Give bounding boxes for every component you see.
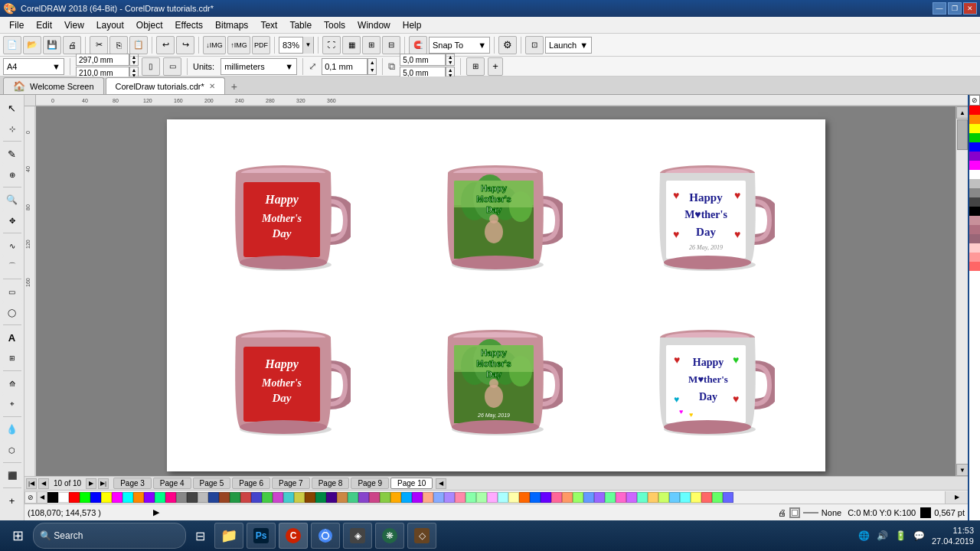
new-button[interactable]: 📄 xyxy=(3,36,21,54)
view-options-button[interactable]: ▦ xyxy=(342,36,361,54)
page-tab-page5[interactable]: Page 5 xyxy=(193,478,231,489)
palette-swatch-38[interactable] xyxy=(455,492,466,503)
palette-swatch-8[interactable] xyxy=(133,492,144,503)
palette-swatch-36[interactable] xyxy=(433,492,444,503)
palette-swatch-23[interactable] xyxy=(294,492,305,503)
palette-swatch-43[interactable] xyxy=(508,492,519,503)
open-button[interactable]: 📂 xyxy=(23,36,41,54)
print-button[interactable]: 🖨 xyxy=(63,36,81,54)
palette-swatch-33[interactable] xyxy=(401,492,412,503)
width-down[interactable]: ▼ xyxy=(130,60,138,65)
page-tab-page10[interactable]: Page 10 xyxy=(390,478,433,489)
units-combo[interactable]: millimeters ▼ xyxy=(220,58,297,75)
palette-swatch-21[interactable] xyxy=(273,492,283,503)
right-swatch-14[interactable] xyxy=(969,234,980,243)
pick-tool[interactable]: ⊹ xyxy=(2,119,22,139)
menu-item-file[interactable]: File xyxy=(3,17,30,33)
restore-button[interactable]: ❐ xyxy=(948,2,962,15)
palette-swatch-30[interactable] xyxy=(369,492,380,503)
palette-swatch-13[interactable] xyxy=(187,492,198,503)
fill-tool[interactable]: ⬡ xyxy=(2,440,22,460)
width-up[interactable]: ▲ xyxy=(130,54,138,60)
corel-taskbar-button[interactable]: C xyxy=(279,523,308,549)
nudge-field[interactable]: 0,1 mm xyxy=(322,58,368,75)
palette-swatch-12[interactable] xyxy=(176,492,187,503)
palette-swatch-52[interactable] xyxy=(605,492,616,503)
palette-swatch-41[interactable] xyxy=(487,492,498,503)
undo-button[interactable]: ↩ xyxy=(156,36,175,54)
palette-swatch-18[interactable] xyxy=(240,492,251,503)
palette-swatch-26[interactable] xyxy=(326,492,337,503)
scroll-up-button[interactable]: ▲ xyxy=(956,106,968,119)
taskbar-clock[interactable]: 11:53 27.04.2019 xyxy=(932,525,974,547)
width-field[interactable]: 297,0 mm xyxy=(76,54,129,66)
palette-swatch-53[interactable] xyxy=(616,492,626,503)
dup-w-field[interactable]: 5,0 mm xyxy=(400,54,446,66)
height-up[interactable]: ▲ xyxy=(130,67,138,73)
copy-button[interactable]: ⎘ xyxy=(109,36,128,54)
zoom-combo[interactable]: 83% ▼ xyxy=(279,37,314,54)
paste-button[interactable]: 📋 xyxy=(129,36,148,54)
menu-item-help[interactable]: Help xyxy=(397,17,428,33)
right-swatch-7[interactable] xyxy=(969,170,980,179)
palette-scroll-right[interactable]: ▶ xyxy=(945,491,968,504)
zoom-dropdown-arrow[interactable]: ▼ xyxy=(302,37,313,54)
palette-swatch-40[interactable] xyxy=(476,492,487,503)
palette-swatch-49[interactable] xyxy=(573,492,583,503)
right-swatch-8[interactable] xyxy=(969,179,980,188)
palette-swatch-42[interactable] xyxy=(498,492,508,503)
palette-swatch-50[interactable] xyxy=(583,492,594,503)
palette-swatch-1[interactable] xyxy=(58,492,69,503)
right-swatch-0[interactable] xyxy=(969,106,980,115)
palette-scroll-left[interactable]: ◀ xyxy=(37,491,47,504)
page-tab-page3[interactable]: Page 3 xyxy=(113,478,152,489)
palette-swatch-58[interactable] xyxy=(669,492,680,503)
page-next-button[interactable]: ▶ xyxy=(86,478,96,489)
landscape-button[interactable]: ▭ xyxy=(163,57,181,76)
palette-swatch-34[interactable] xyxy=(412,492,423,503)
palette-swatch-22[interactable] xyxy=(283,492,294,503)
palette-swatch-15[interactable] xyxy=(208,492,219,503)
palette-swatch-46[interactable] xyxy=(541,492,551,503)
page-first-button[interactable]: |◀ xyxy=(26,478,37,489)
right-swatch-5[interactable] xyxy=(969,152,980,161)
snap-combo[interactable]: Snap To ▼ xyxy=(429,37,490,54)
scroll-track[interactable] xyxy=(956,119,968,464)
ellipse-tool[interactable]: ◯ xyxy=(2,302,22,322)
launch-combo[interactable]: Launch ▼ xyxy=(545,37,592,54)
connector-tool[interactable]: ⌖ xyxy=(2,394,22,414)
canvas-scroll[interactable]: Happy Mother's Day xyxy=(36,106,956,476)
palette-swatch-47[interactable] xyxy=(551,492,562,503)
palette-swatch-19[interactable] xyxy=(251,492,262,503)
palette-swatch-32[interactable] xyxy=(390,492,401,503)
selection-tool[interactable]: ↖ xyxy=(2,98,22,118)
tab-document[interactable]: CorelDraw tutorials.cdr* ✕ xyxy=(106,77,225,94)
page-last-button[interactable]: ▶| xyxy=(98,478,109,489)
right-swatch-11[interactable] xyxy=(969,207,980,216)
no-color-swatch[interactable]: ⊘ xyxy=(24,491,37,504)
mug-4[interactable]: Happy Mother's Day xyxy=(182,299,387,456)
palette-swatch-63[interactable] xyxy=(723,492,733,503)
curve-tool[interactable]: ∿ xyxy=(2,236,22,256)
palette-swatch-16[interactable] xyxy=(219,492,230,503)
palette-swatch-31[interactable] xyxy=(380,492,390,503)
right-swatch-9[interactable] xyxy=(969,188,980,197)
palette-swatch-61[interactable] xyxy=(701,492,712,503)
right-swatch-2[interactable] xyxy=(969,124,980,133)
new-tab-button[interactable]: + xyxy=(227,79,242,94)
palette-swatch-28[interactable] xyxy=(348,492,358,503)
palette-swatch-14[interactable] xyxy=(198,492,208,503)
app2-taskbar-button[interactable]: ❋ xyxy=(375,523,404,549)
palette-swatch-2[interactable] xyxy=(69,492,80,503)
palette-swatch-5[interactable] xyxy=(101,492,112,503)
page-size-combo[interactable]: A4 ▼ xyxy=(3,58,64,75)
close-button[interactable]: ✕ xyxy=(963,2,977,15)
palette-swatch-62[interactable] xyxy=(712,492,723,503)
nudge-spinner[interactable]: ▲ ▼ xyxy=(368,58,377,75)
palette-swatch-11[interactable] xyxy=(165,492,176,503)
mug-6[interactable]: ♥ ♥ Happy M♥ther's ♥ ♥ xyxy=(606,299,810,456)
dropper-tool[interactable]: 💧 xyxy=(2,419,22,439)
mug-3[interactable]: ♥ ♥ Happy M♥ther's ♥ ♥ Day xyxy=(606,135,810,292)
palette-swatch-3[interactable] xyxy=(80,492,90,503)
right-swatch-15[interactable] xyxy=(969,243,980,253)
